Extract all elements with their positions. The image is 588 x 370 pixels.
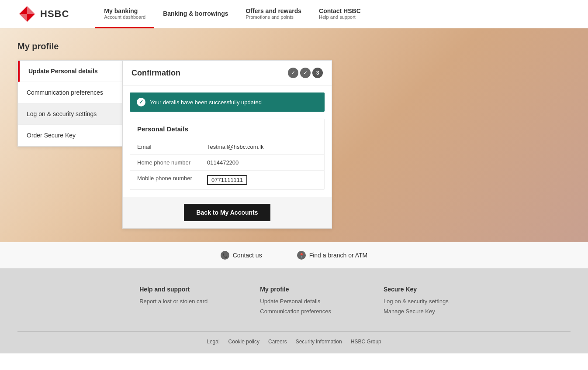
footer-col-profile: My profile Update Personal details Commu…: [260, 286, 331, 318]
mobile-phone-label: Mobile phone number: [137, 175, 207, 185]
email-value: Testmail@hsbc.com.lk: [207, 144, 264, 150]
footer-cookie-link[interactable]: Cookie policy: [228, 339, 259, 345]
detail-row-email: Email Testmail@hsbc.com.lk: [130, 139, 324, 155]
sidebar-item-update-personal[interactable]: Update Personal details: [18, 61, 122, 82]
back-button-row: Back to My Accounts: [123, 197, 332, 228]
logo[interactable]: HSBC: [17, 4, 69, 24]
footer-columns: Help and support Report a lost or stolen…: [17, 286, 571, 318]
confirmation-title: Confirmation: [131, 69, 180, 78]
footer-hsbc-group-link[interactable]: HSBC Group: [351, 339, 381, 345]
main-content: My profile Update Personal details Commu…: [0, 28, 588, 242]
confirmation-header: Confirmation ✓ ✓ 3: [123, 61, 332, 86]
confirmation-panel: Confirmation ✓ ✓ 3 ✓ Your details have b…: [122, 60, 332, 229]
footer-col-secure-key: Secure Key Log on & security settings Ma…: [384, 286, 449, 318]
back-to-accounts-button[interactable]: Back to My Accounts: [184, 204, 270, 221]
footer-bottom: Legal Cookie policy Careers Security inf…: [17, 331, 571, 345]
email-label: Email: [137, 144, 207, 150]
footer-link-comm-prefs[interactable]: Communication preferences: [260, 308, 331, 315]
find-branch-label: Find a branch or ATM: [309, 252, 368, 259]
sidebar-item-logon-security[interactable]: Log on & security settings: [18, 103, 122, 125]
hsbc-brand-text: HSBC: [40, 8, 69, 20]
step-2-check: ✓: [300, 68, 311, 78]
sidebar: Update Personal details Communication pr…: [17, 60, 122, 147]
navbar: HSBC My banking Account dashboard Bankin…: [0, 0, 588, 28]
page-title: My profile: [17, 41, 571, 51]
nav-item-offers-rewards[interactable]: Offers and rewards Promotions and points: [237, 0, 310, 28]
footer-link-lost-card[interactable]: Report a lost or stolen card: [139, 298, 208, 305]
footer-help-title: Help and support: [139, 286, 208, 293]
footer-legal-link[interactable]: Legal: [207, 339, 219, 345]
mobile-phone-value: 0771111111: [207, 175, 247, 185]
nav-item-contact-hsbc[interactable]: Contact HSBC Help and support: [310, 0, 370, 28]
footer-profile-title: My profile: [260, 286, 331, 293]
nav-item-my-banking[interactable]: My banking Account dashboard: [95, 0, 154, 28]
success-check-icon: ✓: [137, 98, 145, 106]
detail-row-home-phone: Home phone number 0114472200: [130, 155, 324, 171]
success-banner: ✓ Your details have been successfully up…: [130, 92, 325, 112]
location-icon: 📍: [297, 251, 306, 260]
home-phone-value: 0114472200: [207, 159, 239, 166]
phone-icon: 📞: [221, 251, 229, 260]
personal-details-section: Personal Details Email Testmail@hsbc.com…: [130, 119, 325, 190]
footer-careers-link[interactable]: Careers: [268, 339, 287, 345]
content-layout: Update Personal details Communication pr…: [17, 60, 571, 229]
step-1-check: ✓: [288, 68, 298, 78]
success-message: Your details have been successfully upda…: [150, 99, 262, 106]
detail-row-mobile-phone: Mobile phone number 0771111111: [130, 171, 324, 189]
contact-us-label: Contact us: [233, 252, 262, 259]
step-3-number: 3: [312, 68, 323, 78]
step-indicators: ✓ ✓ 3: [288, 68, 323, 78]
footer: Help and support Report a lost or stolen…: [0, 268, 588, 353]
sidebar-item-order-secure-key[interactable]: Order Secure Key: [18, 125, 122, 146]
personal-details-title: Personal Details: [130, 119, 324, 139]
home-phone-label: Home phone number: [137, 159, 207, 166]
nav-menu: My banking Account dashboard Banking & b…: [95, 0, 369, 28]
footer-col-help: Help and support Report a lost or stolen…: [139, 286, 208, 318]
footer-secure-key-title: Secure Key: [384, 286, 449, 293]
nav-item-banking-borrowings[interactable]: Banking & borrowings: [154, 0, 237, 28]
footer-link-update-personal[interactable]: Update Personal details: [260, 298, 331, 305]
contact-bar: 📞 Contact us 📍 Find a branch or ATM: [0, 242, 588, 268]
contact-us-link[interactable]: 📞 Contact us: [221, 251, 262, 260]
sidebar-item-comm-prefs[interactable]: Communication preferences: [18, 82, 122, 103]
hsbc-logo-icon: [17, 4, 37, 24]
footer-security-link[interactable]: Security information: [296, 339, 342, 345]
footer-link-manage-secure-key[interactable]: Manage Secure Key: [384, 308, 449, 315]
find-branch-link[interactable]: 📍 Find a branch or ATM: [297, 251, 368, 260]
footer-link-logon-security[interactable]: Log on & security settings: [384, 298, 449, 305]
